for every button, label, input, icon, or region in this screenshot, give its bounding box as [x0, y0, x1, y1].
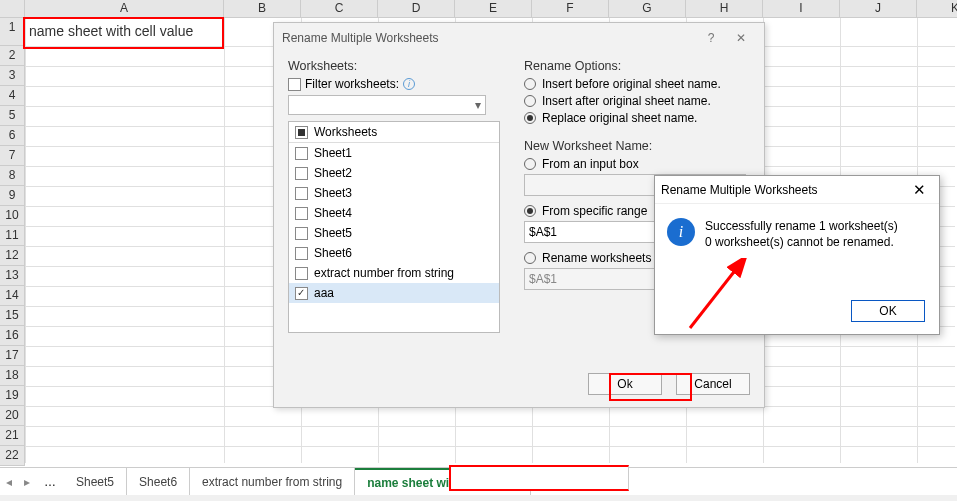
column-header-K[interactable]: K	[917, 0, 957, 18]
worksheet-checkbox[interactable]	[295, 227, 308, 240]
worksheet-list: Worksheets Sheet1Sheet2Sheet3Sheet4Sheet…	[288, 121, 500, 333]
row-header-10[interactable]: 10	[0, 206, 25, 226]
filter-label: Filter worksheets:	[305, 77, 399, 91]
message-box: Rename Multiple Worksheets ✕ i Successfu…	[654, 175, 940, 335]
row-header-9[interactable]: 9	[0, 186, 25, 206]
worksheet-label: extract number from string	[314, 266, 454, 280]
row-header-18[interactable]: 18	[0, 366, 25, 386]
sheet-tab[interactable]: Sheet6	[127, 468, 190, 495]
row-header-16[interactable]: 16	[0, 326, 25, 346]
worksheet-item[interactable]: Sheet3	[289, 183, 499, 203]
row-header-3[interactable]: 3	[0, 66, 25, 86]
new-name-label: New Worksheet Name:	[524, 139, 746, 153]
horizontal-scrollbar[interactable]	[0, 495, 957, 501]
worksheet-label: aaa	[314, 286, 334, 300]
sheet-tab[interactable]: Sheet5	[64, 468, 127, 495]
row-header-22[interactable]: 22	[0, 446, 25, 466]
tab-nav-prev[interactable]: ◂	[0, 468, 18, 495]
worksheet-checkbox[interactable]	[295, 187, 308, 200]
row-header-8[interactable]: 8	[0, 166, 25, 186]
worksheet-item[interactable]: Sheet2	[289, 163, 499, 183]
worksheet-label: Sheet2	[314, 166, 352, 180]
cell-a1[interactable]: name sheet with cell value	[25, 18, 224, 46]
column-header-A[interactable]: A	[25, 0, 224, 18]
worksheet-item[interactable]: Sheet5	[289, 223, 499, 243]
row-header-7[interactable]: 7	[0, 146, 25, 166]
row-header-14[interactable]: 14	[0, 286, 25, 306]
filter-checkbox[interactable]	[288, 78, 301, 91]
row-header-6[interactable]: 6	[0, 126, 25, 146]
radio-from-input[interactable]	[524, 158, 536, 170]
tab-nav-next[interactable]: ▸	[18, 468, 36, 495]
column-header-F[interactable]: F	[532, 0, 609, 18]
worksheet-label: Sheet3	[314, 186, 352, 200]
cancel-button[interactable]: Cancel	[676, 373, 750, 395]
row-header-5[interactable]: 5	[0, 106, 25, 126]
row-header-4[interactable]: 4	[0, 86, 25, 106]
worksheet-checkbox[interactable]	[295, 247, 308, 260]
worksheet-checkbox[interactable]	[295, 267, 308, 280]
radio-replace[interactable]	[524, 112, 536, 124]
worksheet-checkbox[interactable]	[295, 207, 308, 220]
filter-select[interactable]: ▾	[288, 95, 486, 115]
help-button[interactable]: ?	[696, 31, 726, 45]
new-sheet-button[interactable]: ⊕	[531, 468, 561, 495]
worksheet-item[interactable]: Sheet4	[289, 203, 499, 223]
worksheet-checkbox[interactable]	[295, 287, 308, 300]
column-header-D[interactable]: D	[378, 0, 455, 18]
row-header-11[interactable]: 11	[0, 226, 25, 246]
message-text: Successfully rename 1 worksheet(s) 0 wor…	[705, 218, 898, 250]
select-all-corner[interactable]	[0, 0, 25, 18]
row-header-21[interactable]: 21	[0, 426, 25, 446]
list-header[interactable]: Worksheets	[289, 122, 499, 143]
worksheet-label: Sheet6	[314, 246, 352, 260]
info-large-icon: i	[667, 218, 695, 246]
worksheet-item[interactable]: Sheet1	[289, 143, 499, 163]
row-header-13[interactable]: 13	[0, 266, 25, 286]
column-header-H[interactable]: H	[686, 0, 763, 18]
sheet-tab[interactable]: extract number from string	[190, 468, 355, 495]
radio-insert-before[interactable]	[524, 78, 536, 90]
worksheet-checkbox[interactable]	[295, 167, 308, 180]
worksheet-checkbox[interactable]	[295, 147, 308, 160]
row-header-15[interactable]: 15	[0, 306, 25, 326]
column-header-E[interactable]: E	[455, 0, 532, 18]
rename-options-label: Rename Options:	[524, 59, 746, 73]
info-icon[interactable]: i	[403, 78, 415, 90]
sheet-tab[interactable]: name sheet with cell value	[355, 468, 531, 495]
ok-button[interactable]: Ok	[588, 373, 662, 395]
worksheet-item[interactable]: aaa	[289, 283, 499, 303]
radio-insert-after[interactable]	[524, 95, 536, 107]
column-header-B[interactable]: B	[224, 0, 301, 18]
close-button[interactable]: ✕	[726, 31, 756, 45]
row-header-1[interactable]: 1	[0, 18, 25, 46]
worksheet-item[interactable]: extract number from string	[289, 263, 499, 283]
row-header-19[interactable]: 19	[0, 386, 25, 406]
message-close-button[interactable]: ✕	[905, 181, 933, 199]
worksheet-item[interactable]: Sheet6	[289, 243, 499, 263]
sheet-tab-bar: ◂ ▸ … Sheet5Sheet6extract number from st…	[0, 467, 957, 495]
row-header-20[interactable]: 20	[0, 406, 25, 426]
column-header-C[interactable]: C	[301, 0, 378, 18]
worksheets-label: Worksheets:	[288, 59, 500, 73]
row-header-12[interactable]: 12	[0, 246, 25, 266]
select-all-checkbox[interactable]	[295, 126, 308, 139]
message-title: Rename Multiple Worksheets	[661, 183, 905, 197]
tab-overflow[interactable]: …	[36, 468, 64, 495]
worksheet-label: Sheet1	[314, 146, 352, 160]
worksheet-label: Sheet5	[314, 226, 352, 240]
column-header-J[interactable]: J	[840, 0, 917, 18]
column-header-I[interactable]: I	[763, 0, 840, 18]
radio-from-range[interactable]	[524, 205, 536, 217]
radio-rename-kutools[interactable]	[524, 252, 536, 264]
dialog-title: Rename Multiple Worksheets	[282, 31, 696, 45]
worksheet-label: Sheet4	[314, 206, 352, 220]
column-header-G[interactable]: G	[609, 0, 686, 18]
row-header-2[interactable]: 2	[0, 46, 25, 66]
row-header-17[interactable]: 17	[0, 346, 25, 366]
message-ok-button[interactable]: OK	[851, 300, 925, 322]
